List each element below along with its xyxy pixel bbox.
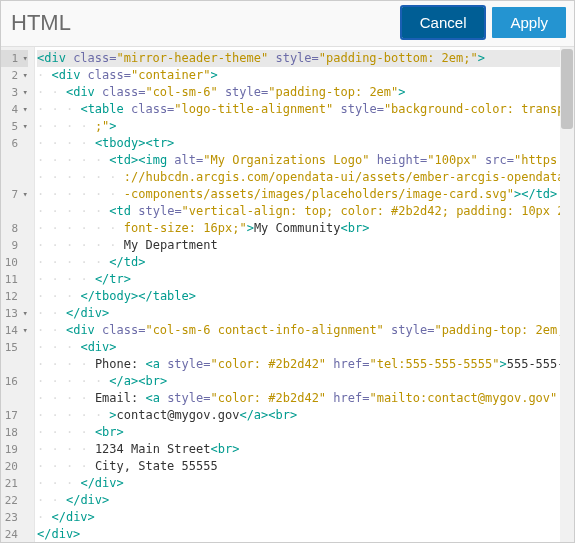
line-number: 13▾ — [1, 305, 28, 322]
line-number: 16 — [1, 373, 28, 390]
code-line: · · · · · >contact@mygov.gov</a><br> — [37, 407, 574, 424]
scrollbar-track[interactable] — [560, 47, 574, 542]
code-editor[interactable]: 1▾2▾3▾4▾5▾67▾8910111213▾14▾1516171819202… — [1, 47, 574, 542]
code-line: · · · · City, State 55555 — [37, 458, 574, 475]
cancel-button[interactable]: Cancel — [402, 7, 485, 38]
line-number: 15 — [1, 339, 28, 356]
apply-button[interactable]: Apply — [492, 7, 566, 38]
scrollbar-thumb[interactable] — [561, 49, 573, 129]
line-number — [1, 169, 28, 186]
code-line: · · · </div> — [37, 475, 574, 492]
code-line: </div> — [37, 526, 574, 542]
line-number: 6 — [1, 135, 28, 152]
dialog-header: HTML Cancel Apply — [1, 1, 574, 47]
fold-icon[interactable]: ▾ — [21, 84, 28, 101]
code-line: · · · · 1234 Main Street<br> — [37, 441, 574, 458]
code-line: · · </div> — [37, 305, 574, 322]
code-line: · · · · <tbody><tr> — [37, 135, 574, 152]
code-line: · · · · · · ://hubcdn.arcgis.com/opendat… — [37, 169, 574, 186]
line-number: 19 — [1, 441, 28, 458]
code-line: · · · · · </a><br> — [37, 373, 574, 390]
line-number — [1, 356, 28, 373]
fold-icon[interactable]: ▾ — [21, 67, 28, 84]
code-line: · · · </tbody></table> — [37, 288, 574, 305]
line-number: 23 — [1, 509, 28, 526]
code-line: · · · · </tr> — [37, 271, 574, 288]
line-number: 24 — [1, 526, 28, 542]
line-number: 1▾ — [1, 50, 28, 67]
code-line: <div class="mirror-header-theme" style="… — [37, 50, 574, 67]
line-number: 12 — [1, 288, 28, 305]
line-number: 10 — [1, 254, 28, 271]
code-line: · · · · · <td style="vertical-align: top… — [37, 203, 574, 220]
line-number: 11 — [1, 271, 28, 288]
line-number — [1, 390, 28, 407]
line-number: 14▾ — [1, 322, 28, 339]
fold-icon[interactable]: ▾ — [21, 305, 28, 322]
fold-icon[interactable]: ▾ — [21, 101, 28, 118]
code-line: · · · <div> — [37, 339, 574, 356]
line-number: 5▾ — [1, 118, 28, 135]
line-number: 2▾ — [1, 67, 28, 84]
code-line: · · <div class="col-sm-6 contact-info-al… — [37, 322, 574, 339]
dialog-title: HTML — [11, 10, 71, 36]
line-gutter: 1▾2▾3▾4▾5▾67▾8910111213▾14▾1516171819202… — [1, 47, 35, 542]
code-line: · · · · ;"> — [37, 118, 574, 135]
code-line: · · <div class="col-sm-6" style="padding… — [37, 84, 574, 101]
code-line: · · · · · <td><img alt="My Organizations… — [37, 152, 574, 169]
code-line: · · · · · · My Department — [37, 237, 574, 254]
line-number: 20 — [1, 458, 28, 475]
fold-icon[interactable]: ▾ — [21, 118, 28, 135]
line-number: 4▾ — [1, 101, 28, 118]
line-number: 7▾ — [1, 186, 28, 203]
line-number — [1, 203, 28, 220]
code-line: · · · · Email: <a style="color: #2b2d42"… — [37, 390, 574, 407]
button-group: Cancel Apply — [402, 7, 566, 38]
code-line: · · · <table class="logo-title-alignment… — [37, 101, 574, 118]
code-line: · · · · <br> — [37, 424, 574, 441]
fold-icon[interactable]: ▾ — [21, 50, 28, 67]
code-content[interactable]: <div class="mirror-header-theme" style="… — [35, 47, 574, 542]
code-line: · <div class="container"> — [37, 67, 574, 84]
line-number: 8 — [1, 220, 28, 237]
line-number: 17 — [1, 407, 28, 424]
line-number: 3▾ — [1, 84, 28, 101]
line-number — [1, 152, 28, 169]
fold-icon[interactable]: ▾ — [21, 322, 28, 339]
code-line: · · </div> — [37, 492, 574, 509]
line-number: 21 — [1, 475, 28, 492]
line-number: 22 — [1, 492, 28, 509]
code-line: · · · · · · -components/assets/images/pl… — [37, 186, 574, 203]
code-line: · </div> — [37, 509, 574, 526]
fold-icon[interactable]: ▾ — [21, 186, 28, 203]
code-line: · · · · · </td> — [37, 254, 574, 271]
line-number: 9 — [1, 237, 28, 254]
code-line: · · · · · · font-size: 16px;">My Communi… — [37, 220, 574, 237]
code-line: · · · · Phone: <a style="color: #2b2d42"… — [37, 356, 574, 373]
line-number: 18 — [1, 424, 28, 441]
